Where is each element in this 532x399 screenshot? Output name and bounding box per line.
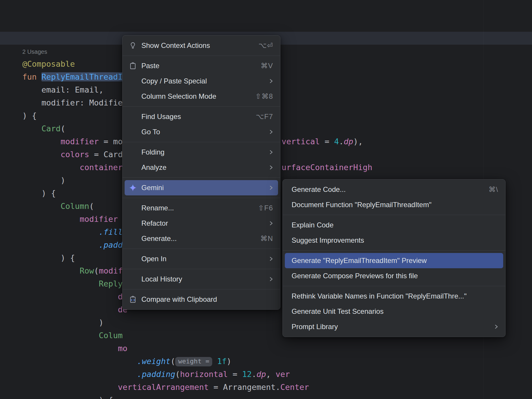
code-token <box>22 137 61 146</box>
editor-context-menu: Show Context Actions⌥⏎Paste⌘VCopy / Past… <box>122 35 280 310</box>
menu-separator <box>283 286 505 286</box>
code-token: Colum <box>99 331 123 340</box>
code-line[interactable]: ) { <box>22 394 532 399</box>
menu-separator <box>123 142 280 142</box>
gemini-icon <box>128 183 137 192</box>
code-token <box>22 202 61 211</box>
code-fragment-right: urfaceContainerHigh <box>282 161 372 174</box>
code-token: ) <box>227 357 231 366</box>
code-token: email: Email, <box>22 85 103 94</box>
menu-item-label: Rename... <box>141 204 247 212</box>
blank-icon <box>128 254 137 263</box>
menu-item-label: Copy / Paste Special <box>141 77 259 85</box>
code-token: ), <box>353 137 363 146</box>
menu-item-gemini[interactable]: Gemini <box>125 180 278 195</box>
menu-item-generate-unit-test-scenarios[interactable]: Generate Unit Test Scenarios <box>285 304 503 319</box>
code-token: ) { <box>22 395 113 399</box>
submenu-arrow-icon <box>269 220 273 226</box>
code-line[interactable]: .weight(weight = 1f) <box>22 355 532 368</box>
code-line[interactable]: mo <box>22 342 532 355</box>
code-token: .weight <box>137 357 170 366</box>
code-token: = <box>228 370 242 379</box>
menu-separator <box>123 177 280 178</box>
menu-item-folding[interactable]: Folding <box>125 145 278 160</box>
code-token <box>22 214 80 224</box>
menu-item-generate[interactable]: Generate...⌘N <box>125 231 278 246</box>
code-token: ) <box>22 176 65 185</box>
menu-item-label: Analyze <box>141 163 259 172</box>
blank-icon <box>128 219 137 228</box>
code-token: containerC <box>80 163 128 172</box>
menu-item-label: Find Usages <box>141 113 245 121</box>
blank-icon <box>128 77 137 86</box>
code-token <box>22 292 118 301</box>
submenu-arrow-icon <box>269 149 273 155</box>
code-token: modifier <box>61 137 99 146</box>
submenu-arrow-icon <box>269 256 273 262</box>
menu-item-explain-code[interactable]: Explain Code <box>285 217 503 233</box>
menu-item-label: Show Context Actions <box>141 41 248 50</box>
menu-item-compare-with-clipboard[interactable]: Compare with Clipboard <box>125 292 278 307</box>
menu-separator <box>123 106 280 107</box>
menu-item-rename[interactable]: Rename...⇧F6 <box>125 200 278 216</box>
code-token <box>22 331 99 340</box>
code-token: 1f <box>217 357 227 366</box>
code-token: modifier <box>80 214 118 224</box>
code-line[interactable]: .padding(horizontal = 12.dp, ver <box>22 368 532 381</box>
code-token <box>22 150 61 159</box>
blank-icon <box>128 128 137 136</box>
code-token <box>22 227 99 237</box>
code-token: ( <box>94 266 99 275</box>
code-token: , <box>266 370 276 379</box>
menu-item-column-selection-mode[interactable]: Column Selection Mode⇧⌘8 <box>125 89 278 104</box>
menu-item-label: Rethink Variable Names in Function "Repl… <box>292 292 498 300</box>
menu-item-document-function-replyemailthreaditem[interactable]: Document Function "ReplyEmailThreadItem" <box>285 197 503 212</box>
code-token: ( <box>175 370 180 379</box>
menu-item-label: Local History <box>141 275 259 283</box>
code-token: vertical <box>282 137 320 146</box>
menu-item-label: Generate Code... <box>292 185 478 194</box>
menu-item-label: Compare with Clipboard <box>141 295 273 304</box>
code-token: = <box>320 137 334 146</box>
code-token: ) <box>22 318 103 327</box>
menu-item-go-to[interactable]: Go To <box>125 124 278 140</box>
blank-icon <box>128 163 137 172</box>
code-token: @Composable <box>22 59 75 68</box>
menu-item-label: Column Selection Mode <box>141 92 245 100</box>
menu-item-rethink-variable-names-in-function-replyemailthre[interactable]: Rethink Variable Names in Function "Repl… <box>285 289 503 304</box>
code-token: fun <box>22 72 41 81</box>
menu-item-generate-replyemailthreaditem-preview[interactable]: Generate "ReplyEmailThreadItem" Preview <box>285 253 503 268</box>
blank-icon <box>128 204 137 212</box>
menu-item-analyze[interactable]: Analyze <box>125 160 278 175</box>
menu-item-label: Generate Compose Previews for this file <box>292 272 498 280</box>
menu-item-label: Generate Unit Test Scenarios <box>292 307 498 316</box>
menu-item-refactor[interactable]: Refactor <box>125 216 278 231</box>
menu-shortcut: ⇧⌘8 <box>255 92 273 100</box>
menu-item-find-usages[interactable]: Find Usages⌥F7 <box>125 109 278 124</box>
code-token: ( <box>89 202 94 211</box>
code-token: horizontal <box>180 370 228 379</box>
menu-item-prompt-library[interactable]: Prompt Library <box>285 319 503 334</box>
menu-shortcut: ⌘N <box>260 234 273 243</box>
menu-item-suggest-improvements[interactable]: Suggest Improvements <box>285 233 503 248</box>
menu-item-paste[interactable]: Paste⌘V <box>125 58 278 73</box>
menu-item-open-in[interactable]: Open In <box>125 251 278 266</box>
menu-shortcut: ⌥⏎ <box>258 41 273 50</box>
blank-icon <box>128 234 137 243</box>
blank-icon <box>128 92 137 101</box>
menu-item-local-history[interactable]: Local History <box>125 271 278 287</box>
menu-item-label: Suggest Improvements <box>292 236 498 244</box>
code-token: ( <box>61 124 65 133</box>
code-line[interactable]: verticalArrangement = Arrangement.Center <box>22 381 532 394</box>
code-token: ) { <box>22 111 37 120</box>
menu-item-show-context-actions[interactable]: Show Context Actions⌥⏎ <box>125 38 278 53</box>
code-token: urfaceContainerHigh <box>282 163 372 172</box>
menu-separator <box>123 289 280 289</box>
code-token <box>22 163 80 172</box>
menu-item-generate-code[interactable]: Generate Code...⌘\ <box>285 182 503 197</box>
menu-item-generate-compose-previews-for-this-file[interactable]: Generate Compose Previews for this file <box>285 268 503 284</box>
code-token <box>22 344 118 353</box>
code-token: mo <box>118 344 128 353</box>
menu-item-copy-paste-special[interactable]: Copy / Paste Special <box>125 73 278 89</box>
code-token <box>22 370 137 379</box>
